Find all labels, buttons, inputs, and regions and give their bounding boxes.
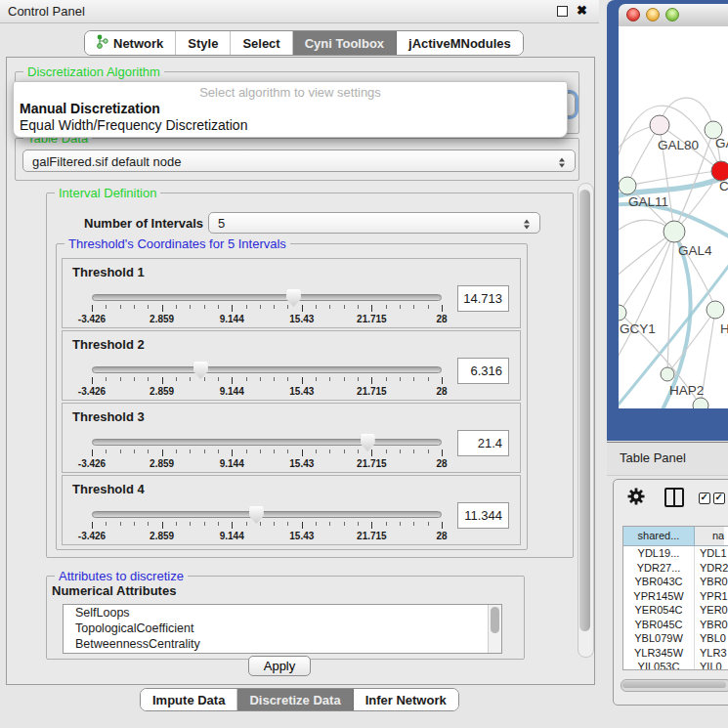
network-node-gal4[interactable]: [664, 221, 685, 242]
tick-mark: [176, 450, 177, 453]
tick-mark: [204, 522, 205, 526]
table-row[interactable]: YDL19...YDL1: [623, 546, 728, 561]
threshold-value-field[interactable]: 14.713: [457, 285, 509, 312]
tick-mark: [302, 522, 303, 529]
network-node[interactable]: [711, 161, 728, 181]
cell-shared-name[interactable]: YBR043C: [623, 575, 695, 589]
network-node[interactable]: [693, 398, 708, 408]
cell-name[interactable]: YDL1: [695, 546, 727, 561]
tick-label: 21.715: [357, 314, 387, 324]
cell-name[interactable]: YIL0: [695, 660, 722, 670]
cell-shared-name[interactable]: YDR27...: [623, 561, 695, 576]
tab-cyni-toolbox[interactable]: Cyni Toolbox: [293, 31, 397, 55]
network-node-gal11[interactable]: [619, 177, 636, 194]
network-canvas[interactable]: GAL80GACGAL11GAL4GCY1HHAP2: [619, 26, 728, 408]
dropdown-option-manual[interactable]: Manual Discretization: [14, 101, 567, 117]
tab-impute-data[interactable]: Impute Data: [141, 689, 237, 710]
slider-track[interactable]: [92, 439, 442, 446]
threshold-label: Threshold 3: [72, 409, 145, 424]
cell-name[interactable]: YPR1: [695, 589, 728, 604]
cell-name[interactable]: YBR0: [695, 618, 728, 632]
network-edge[interactable]: [627, 125, 660, 186]
table-row[interactable]: YER054CYER0: [623, 603, 728, 618]
checkbox-checked-icon[interactable]: [713, 492, 725, 504]
tab-select[interactable]: Select: [231, 31, 292, 55]
cell-name[interactable]: YER0: [695, 603, 728, 618]
attribute-list-item[interactable]: SelfLoops: [64, 605, 501, 621]
network-graph[interactable]: GAL80GACGAL11GAL4GCY1HHAP2: [619, 26, 728, 408]
cell-shared-name[interactable]: YBR045C: [623, 618, 695, 632]
table-data-combobox[interactable]: galFiltered.sif default node: [22, 150, 576, 172]
scrollbar-thumb[interactable]: [491, 607, 499, 633]
tab-infer-network[interactable]: Infer Network: [354, 689, 458, 710]
cell-shared-name[interactable]: YER054C: [623, 603, 695, 618]
slider-track[interactable]: [92, 366, 442, 373]
tick-mark: [134, 377, 135, 381]
panel-vertical-scrollbar[interactable]: [578, 183, 594, 658]
tick-mark: [204, 450, 205, 453]
thresholds-group: Threshold's Coordinates for 5 Intervals …: [56, 243, 528, 550]
column-header-name[interactable]: na: [695, 527, 724, 545]
network-node-hap2[interactable]: [661, 367, 674, 381]
cell-name[interactable]: YDR2: [695, 561, 728, 576]
tab-network[interactable]: Network: [85, 31, 176, 55]
split-columns-icon[interactable]: [664, 488, 684, 507]
numerical-attributes-list[interactable]: SelfLoopsTopologicalCoefficientBetweenne…: [63, 604, 502, 654]
tab-style[interactable]: Style: [176, 31, 231, 55]
cell-shared-name[interactable]: YPR145W: [623, 589, 695, 604]
tick-mark: [371, 450, 372, 456]
tab-jactivemnodules[interactable]: jActiveMNodules: [397, 31, 523, 55]
float-window-icon[interactable]: [557, 6, 568, 17]
attribute-list-item[interactable]: BetweennessCentrality: [64, 636, 501, 652]
apply-button[interactable]: Apply: [248, 656, 311, 676]
slider-track[interactable]: [92, 511, 442, 518]
network-node-gal80[interactable]: [650, 115, 669, 135]
gear-icon[interactable]: [627, 488, 645, 509]
tick-mark: [246, 450, 247, 453]
cell-shared-name[interactable]: YIL053C: [623, 660, 695, 670]
cell-name[interactable]: YBR0: [695, 575, 728, 589]
table-row[interactable]: YLR345WYLR3: [623, 646, 728, 661]
cell-name[interactable]: YBL0: [695, 631, 726, 646]
cell-shared-name[interactable]: YBL079W: [623, 631, 695, 646]
threshold-value-field[interactable]: 21.4: [457, 430, 509, 456]
cell-shared-name[interactable]: YLR345W: [623, 646, 695, 661]
threshold-value-field[interactable]: 11.344: [457, 502, 509, 529]
zoom-traffic-light-icon[interactable]: [665, 8, 679, 21]
cell-shared-name[interactable]: YDL19...: [623, 546, 695, 561]
table-horizontal-scrollbar[interactable]: [621, 679, 728, 692]
checkbox-checked-icon[interactable]: [699, 492, 710, 504]
tab-discretize-data[interactable]: Discretize Data: [237, 689, 353, 710]
scrollbar-thumb[interactable]: [622, 681, 726, 688]
network-window-titlebar[interactable]: [619, 4, 728, 27]
tick-mark: [92, 522, 93, 529]
threshold-value-field[interactable]: 6.316: [457, 358, 509, 384]
dropdown-option-equal-width[interactable]: Equal Width/Frequency Discretization: [14, 117, 567, 134]
tick-label: 9.144: [220, 458, 244, 469]
attribute-list-item[interactable]: TopologicalCoefficient: [64, 621, 501, 636]
tick-mark: [106, 450, 107, 453]
slider-tick-labels: -3.4262.8599.14415.4321.71528: [92, 314, 442, 324]
network-edge[interactable]: [667, 232, 674, 374]
slider-tick-labels: -3.4262.8599.14415.4321.71528: [92, 458, 442, 469]
num-intervals-combobox[interactable]: 5: [208, 212, 540, 234]
cell-name[interactable]: YLR3: [695, 646, 727, 661]
close-traffic-light-icon[interactable]: [626, 8, 640, 21]
table-row[interactable]: YPR145WYPR1: [623, 589, 728, 604]
list-vertical-scrollbar[interactable]: [488, 605, 501, 653]
network-node-h[interactable]: [707, 301, 724, 319]
tick-mark: [287, 450, 288, 453]
tick-mark: [134, 305, 135, 309]
close-icon[interactable]: ✖: [577, 3, 587, 18]
column-header-shared-name[interactable]: shared...: [623, 527, 695, 545]
table-row[interactable]: YBR045CYBR0: [623, 618, 728, 632]
slider-track[interactable]: [92, 294, 442, 301]
table-row[interactable]: YDR27...YDR2: [623, 561, 728, 576]
tick-mark: [442, 450, 443, 456]
minimize-traffic-light-icon[interactable]: [646, 8, 660, 21]
table-row[interactable]: YBL079WYBL0: [623, 631, 728, 646]
table-row[interactable]: YBR043CYBR0: [623, 575, 728, 589]
table-row[interactable]: YIL053CYIL0: [623, 660, 728, 670]
scrollbar-thumb[interactable]: [579, 190, 590, 631]
tick-mark: [371, 377, 372, 384]
